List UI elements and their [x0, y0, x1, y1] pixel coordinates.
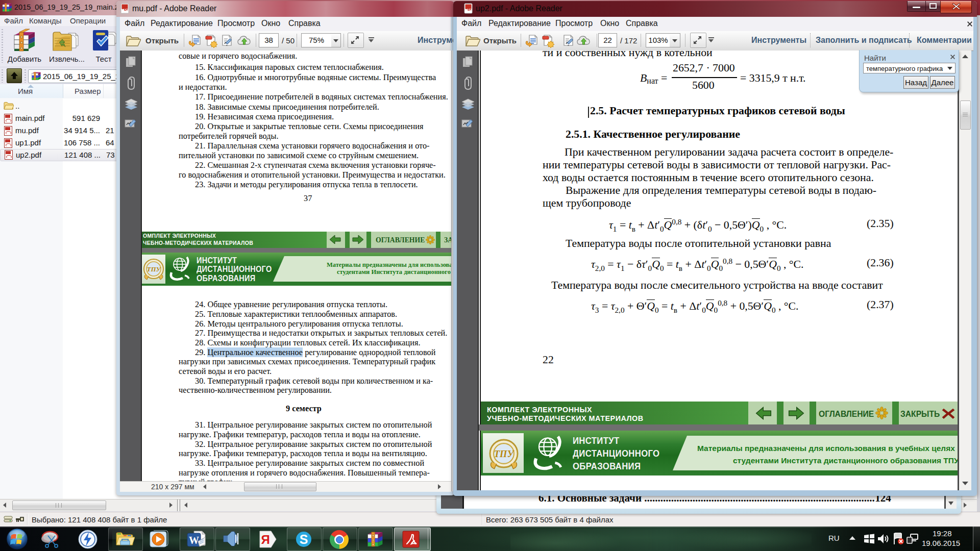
svg-text:Я: Я [261, 533, 270, 546]
svg-text:S: S [300, 532, 308, 546]
svg-text:ТПУ: ТПУ [146, 265, 161, 273]
svg-text:ТПУ: ТПУ [494, 449, 515, 459]
svg-text:W: W [189, 535, 199, 546]
